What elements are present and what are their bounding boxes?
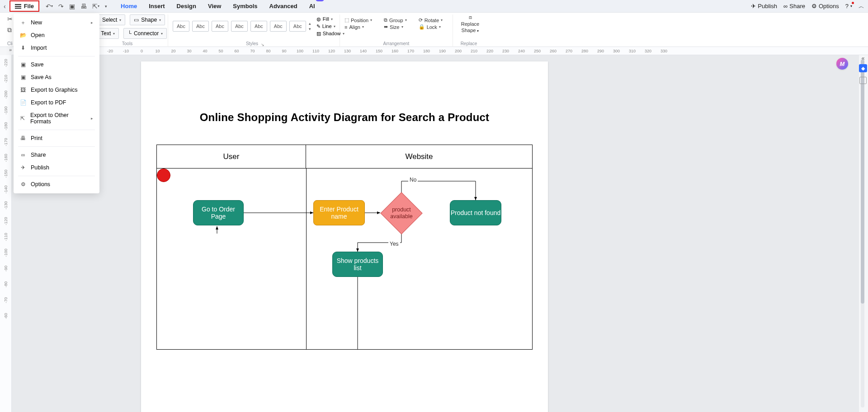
- node-show-products-list[interactable]: Show products list: [332, 252, 383, 277]
- vertical-scrollbar[interactable]: [861, 58, 864, 407]
- ruler-tick: 110: [308, 49, 324, 53]
- menu-publish[interactable]: ✈Publish: [14, 161, 99, 174]
- ruler-tick: -190: [0, 106, 12, 114]
- size-button[interactable]: ⬌Size▾: [384, 24, 412, 30]
- lock-button[interactable]: 🔒Lock▾: [419, 24, 448, 30]
- style-swatch-7[interactable]: Abc: [289, 21, 306, 32]
- menu-options[interactable]: ⚙Options: [14, 178, 99, 191]
- ruler-tick: 250: [529, 49, 545, 53]
- size-icon: ⬌: [384, 24, 388, 30]
- undo-button[interactable]: ↶▾: [46, 3, 53, 10]
- menu-open[interactable]: 📂Open: [14, 29, 99, 42]
- node-enter-product-name[interactable]: Enter Product name: [313, 200, 365, 225]
- menu-export-other[interactable]: ⇱Export to Other Formats▸: [14, 109, 99, 128]
- connector-icon: └: [127, 30, 132, 37]
- quick-access-toolbar: ↶▾ ↷ ▣ 🖶 ⇱▾ ▾: [46, 3, 107, 10]
- copy-button[interactable]: ⧉: [7, 26, 12, 34]
- tab-ai[interactable]: AI hot: [308, 1, 316, 11]
- right-rail-collapse-icon[interactable]: «: [862, 55, 865, 61]
- group-button[interactable]: ⧉Group▾: [384, 17, 412, 23]
- import-icon: ⬇: [20, 45, 26, 51]
- style-swatch-6[interactable]: Abc: [270, 21, 287, 32]
- menu-share[interactable]: ∞Share: [14, 149, 99, 161]
- new-icon: ＋: [20, 19, 26, 26]
- node-go-to-order-page[interactable]: Go to Order Page: [193, 200, 244, 225]
- swimlane-header-website[interactable]: Website: [306, 145, 532, 168]
- swimlane-header-user[interactable]: User: [157, 145, 306, 168]
- tab-symbols[interactable]: Symbols: [232, 1, 258, 11]
- node-start[interactable]: [157, 169, 170, 182]
- edge-label-no[interactable]: No: [408, 177, 418, 183]
- align-button[interactable]: ≡Align▾: [344, 24, 377, 30]
- diagram-page[interactable]: Online Shopping Activity Diagram for Sea…: [141, 61, 548, 412]
- cut-button[interactable]: ✂: [7, 15, 13, 23]
- ruler-tick: 280: [577, 49, 593, 53]
- collapse-ribbon-button[interactable]: ︿: [859, 2, 864, 10]
- save-qat-button[interactable]: ▣: [69, 3, 75, 10]
- tab-insert[interactable]: Insert: [148, 1, 165, 11]
- style-swatch-4[interactable]: Abc: [231, 21, 248, 32]
- tab-view[interactable]: View: [207, 1, 222, 11]
- qat-more-button[interactable]: ▾: [105, 4, 107, 9]
- hamburger-icon: [15, 6, 21, 7]
- menu-import[interactable]: ⬇Import: [14, 42, 99, 54]
- hot-badge: hot: [316, 0, 324, 1]
- share-link[interactable]: ∞Share: [783, 3, 805, 9]
- styles-dialog-launcher[interactable]: ↘: [261, 42, 264, 47]
- style-swatch-3[interactable]: Abc: [212, 21, 228, 32]
- export-qat-button[interactable]: ⇱▾: [92, 3, 99, 10]
- ruler-tick: 80: [260, 49, 276, 53]
- ruler-tick: -200: [0, 90, 12, 98]
- tab-home[interactable]: Home: [120, 1, 138, 11]
- publish-icon: ✈: [20, 164, 26, 171]
- style-scroll-up[interactable]: ▴: [309, 21, 311, 26]
- scrollbar-thumb[interactable]: [861, 60, 864, 304]
- swimlane-header: User Website: [157, 145, 532, 169]
- tab-advanced[interactable]: Advanced: [269, 1, 298, 11]
- menu-export-graphics[interactable]: 🖼Export to Graphics: [14, 84, 99, 96]
- style-swatch-1[interactable]: Abc: [173, 21, 189, 32]
- group-icon: ⧉: [384, 17, 387, 23]
- swimlane-body: Go to Order Page Enter Product name prod…: [157, 169, 532, 349]
- node-product-not-found[interactable]: Product not found: [450, 200, 501, 225]
- tab-design[interactable]: Design: [176, 1, 197, 11]
- back-chevron-icon[interactable]: ‹: [4, 3, 6, 10]
- app-logo-icon[interactable]: M: [836, 58, 848, 70]
- ruler-tick: 60: [229, 49, 245, 53]
- format-panel-button[interactable]: ◆: [859, 64, 867, 72]
- right-rail: « ◆: [859, 55, 867, 84]
- titlebar: ‹ File ↶▾ ↷ ▣ 🖶 ⇱▾ ▾ Home Insert Design …: [0, 0, 868, 13]
- node-product-available[interactable]: product available: [380, 192, 422, 234]
- swimlane-divider: [306, 169, 307, 349]
- style-swatch-2[interactable]: Abc: [192, 21, 209, 32]
- ruler-tick: 10: [150, 49, 165, 53]
- publish-link[interactable]: ✈Publish: [751, 3, 777, 9]
- menu-save-as[interactable]: ▣Save As: [14, 71, 99, 84]
- print-qat-button[interactable]: 🖶: [80, 3, 87, 10]
- clipboard-group-label: Cli: [7, 41, 9, 47]
- menu-new[interactable]: ＋New▸: [14, 16, 99, 29]
- replace-shape-button[interactable]: ⧈ Replace Shape ▾: [458, 14, 483, 33]
- outline-panel-button[interactable]: [859, 77, 867, 84]
- menu-print[interactable]: 🖶Print: [14, 132, 99, 145]
- options-link[interactable]: ⚙Options: [811, 3, 839, 9]
- style-scroll-down[interactable]: ▾: [309, 27, 311, 31]
- help-button[interactable]: ?▾: [845, 3, 852, 9]
- diagram-title[interactable]: Online Shopping Activity Diagram for Sea…: [141, 111, 548, 124]
- menu-save[interactable]: ▣Save: [14, 58, 99, 71]
- redo-button[interactable]: ↷: [58, 3, 64, 10]
- edge-label-yes[interactable]: Yes: [388, 241, 400, 247]
- rotate-button[interactable]: ⟳Rotate▾: [419, 17, 448, 23]
- clipboard-group: ✂ ⧉ Cli: [3, 14, 14, 47]
- line-icon: ✎: [316, 23, 321, 29]
- publish-icon: ✈: [751, 3, 756, 9]
- file-menu-button[interactable]: File: [9, 0, 39, 12]
- canvas-area[interactable]: M Online Shopping Activity Diagram for S…: [12, 55, 859, 412]
- style-swatch-5[interactable]: Abc: [250, 21, 267, 32]
- connector-tool-button[interactable]: └Connector▾: [123, 28, 167, 39]
- topbar-right: ✈Publish ∞Share ⚙Options ?▾ ︿: [751, 2, 864, 10]
- swimlane-frame[interactable]: User Website Go to Order Page Enter Prod…: [156, 145, 533, 350]
- position-button[interactable]: ⬚Position▾: [344, 17, 377, 23]
- shape-tool-button[interactable]: ▭Shape▾: [130, 14, 165, 25]
- menu-export-pdf[interactable]: 📄Export to PDF: [14, 96, 99, 109]
